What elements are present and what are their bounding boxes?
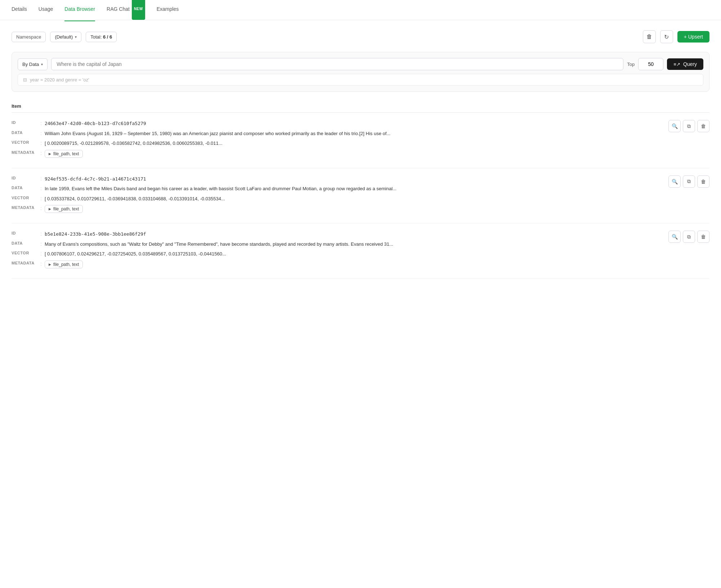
filter-placeholder: year = 2020 and genre = 'oz' — [30, 77, 89, 83]
record-card: 🔍 ⧉ 🗑 ID : 924ef535-dcfd-4c7c-9b21-a1467… — [12, 168, 709, 224]
vector-label: VECTOR — [12, 140, 40, 147]
metadata-arrow-icon: ▶ — [49, 207, 51, 211]
top-input[interactable] — [638, 58, 663, 70]
data-label: DATA — [12, 130, 40, 137]
results-header-item-label: Item — [12, 103, 21, 109]
record-metadata-field: METADATA : ▶ file_path, text — [12, 205, 709, 213]
vector-value: [ 0.0020089715, -0.021289578, -0.0365827… — [45, 140, 223, 147]
record-actions: 🔍 ⧉ 🗑 — [668, 175, 709, 188]
search-record-button[interactable]: 🔍 — [668, 231, 681, 243]
id-label: ID — [12, 175, 40, 183]
record-data-field: DATA : William John Evans (August 16, 19… — [12, 130, 709, 137]
metadata-arrow-icon: ▶ — [49, 152, 51, 156]
chevron-down-icon: ▾ — [75, 35, 77, 39]
copy-record-button[interactable]: ⧉ — [683, 175, 695, 188]
data-value: Many of Evans's compositions, such as "W… — [45, 241, 393, 248]
delete-record-button[interactable]: 🗑 — [697, 231, 709, 243]
upsert-button[interactable]: + Upsert — [677, 31, 709, 43]
record-id-field: ID : 24663e47-42d0-40cb-b123-d7c610fa527… — [12, 120, 709, 127]
vector-value: [ 0.007806107, 0.024296217, -0.027254025… — [45, 250, 226, 258]
vector-label: VECTOR — [12, 250, 40, 258]
record-actions: 🔍 ⧉ 🗑 — [668, 120, 709, 132]
metadata-value: file_path, text — [53, 262, 79, 267]
vector-value: [ 0.035337824, 0.010729611, -0.036941838… — [45, 195, 225, 202]
search-record-button[interactable]: 🔍 — [668, 120, 681, 132]
nav-data-browser[interactable]: Data Browser — [64, 0, 95, 21]
vector-label: VECTOR — [12, 195, 40, 202]
record-id-field: ID : 924ef535-dcfd-4c7c-9b21-a14671c4317… — [12, 175, 709, 183]
record-vector-field: VECTOR : [ 0.035337824, 0.010729611, -0.… — [12, 195, 709, 202]
search-input[interactable] — [51, 58, 623, 70]
total-label: Total: — [90, 34, 102, 40]
namespace-label: Namespace — [12, 32, 46, 42]
metadata-label: METADATA — [12, 205, 40, 213]
query-button-label: Query — [683, 61, 697, 67]
toolbar: Namespace (Default) ▾ Total: 6 / 6 🗑 ↻ +… — [12, 30, 709, 43]
record-metadata-field: METADATA : ▶ file_path, text — [12, 150, 709, 158]
search-record-button[interactable]: 🔍 — [668, 175, 681, 188]
upsert-label: + Upsert — [684, 34, 703, 40]
namespace-value: (Default) — [55, 34, 73, 40]
metadata-tag[interactable]: ▶ file_path, text — [45, 150, 83, 158]
data-value: In late 1959, Evans left the Miles Davis… — [45, 185, 397, 192]
nav-examples[interactable]: Examples — [157, 0, 179, 21]
metadata-value: file_path, text — [53, 151, 79, 156]
id-value: 924ef535-dcfd-4c7c-9b21-a14671c43171 — [45, 175, 146, 183]
record-card: 🔍 ⧉ 🗑 ID : 24663e47-42d0-40cb-b123-d7c61… — [12, 113, 709, 168]
copy-record-button[interactable]: ⧉ — [683, 120, 695, 132]
total-value: 6 / 6 — [103, 34, 112, 40]
by-data-label: By Data — [22, 62, 39, 67]
delete-record-button[interactable]: 🗑 — [697, 120, 709, 132]
record-vector-field: VECTOR : [ 0.007806107, 0.024296217, -0.… — [12, 250, 709, 258]
metadata-label: METADATA — [12, 260, 40, 268]
filter-icon: ⊟ — [23, 77, 27, 83]
metadata-value: file_path, text — [53, 206, 79, 211]
nav-usage[interactable]: Usage — [39, 0, 53, 21]
filter-row: ⊟ year = 2020 and genre = 'oz' — [18, 74, 703, 86]
main-content: Namespace (Default) ▾ Total: 6 / 6 🗑 ↻ +… — [0, 20, 721, 289]
results-header: Item — [12, 103, 709, 113]
by-data-chevron-icon: ▾ — [41, 62, 43, 66]
id-label: ID — [12, 120, 40, 127]
nav-details[interactable]: Details — [12, 0, 27, 21]
id-value: b5e1e824-233b-41e5-908e-3bb1ee86f29f — [45, 231, 146, 238]
record-actions: 🔍 ⧉ 🗑 — [668, 231, 709, 243]
top-label: Top — [627, 62, 635, 67]
data-value: William John Evans (August 16, 1929 – Se… — [45, 130, 390, 137]
record-vector-field: VECTOR : [ 0.0020089715, -0.021289578, -… — [12, 140, 709, 147]
data-label: DATA — [12, 241, 40, 248]
record-data-field: DATA : In late 1959, Evans left the Mile… — [12, 185, 709, 192]
query-icon: ≡↗ — [673, 62, 680, 67]
query-panel: By Data ▾ Top ≡↗ Query ⊟ year = 2020 and… — [12, 52, 709, 92]
nav-rag-chat[interactable]: RAG Chat NEW — [107, 0, 145, 22]
top-navigation: Details Usage Data Browser RAG Chat NEW … — [0, 0, 721, 20]
record-metadata-field: METADATA : ▶ file_path, text — [12, 260, 709, 268]
metadata-tag[interactable]: ▶ file_path, text — [45, 205, 83, 213]
metadata-arrow-icon: ▶ — [49, 263, 51, 266]
query-button[interactable]: ≡↗ Query — [667, 58, 703, 70]
by-data-select[interactable]: By Data ▾ — [18, 58, 48, 70]
id-value: 24663e47-42d0-40cb-b123-d7c610fa5279 — [45, 120, 146, 127]
nav-rag-chat-label: RAG Chat — [107, 0, 130, 19]
query-row: By Data ▾ Top ≡↗ Query — [18, 58, 703, 70]
metadata-label: METADATA — [12, 150, 40, 158]
refresh-button[interactable]: ↻ — [660, 30, 673, 43]
delete-record-button[interactable]: 🗑 — [697, 175, 709, 188]
record-card: 🔍 ⧉ 🗑 ID : b5e1e824-233b-41e5-908e-3bb1e… — [12, 223, 709, 279]
copy-record-button[interactable]: ⧉ — [683, 231, 695, 243]
data-label: DATA — [12, 185, 40, 192]
record-id-field: ID : b5e1e824-233b-41e5-908e-3bb1ee86f29… — [12, 231, 709, 238]
delete-button[interactable]: 🗑 — [643, 30, 656, 43]
metadata-tag[interactable]: ▶ file_path, text — [45, 260, 83, 268]
total-badge: Total: 6 / 6 — [86, 32, 117, 42]
namespace-select[interactable]: (Default) ▾ — [50, 32, 81, 42]
new-badge: NEW — [132, 0, 145, 20]
id-label: ID — [12, 231, 40, 238]
record-data-field: DATA : Many of Evans's compositions, suc… — [12, 241, 709, 248]
